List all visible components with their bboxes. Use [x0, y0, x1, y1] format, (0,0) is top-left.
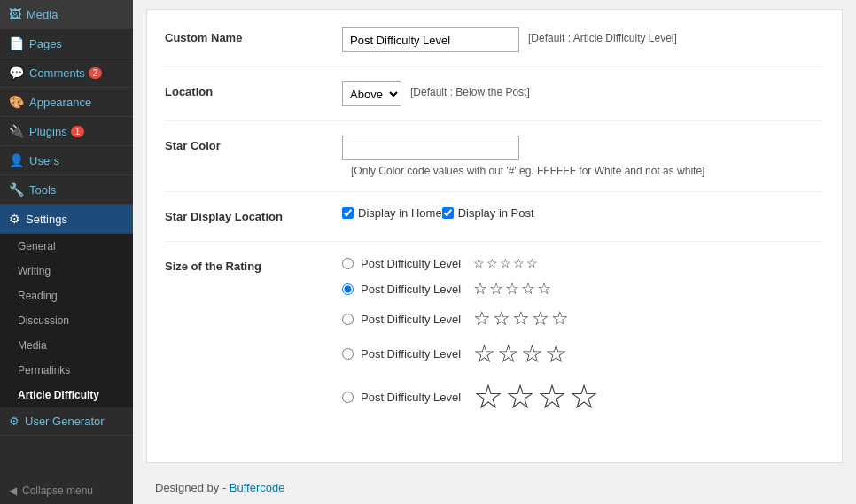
star-icon: ☆	[521, 279, 535, 299]
star-icon: ☆	[551, 307, 569, 330]
sidebar-item-tools[interactable]: 🔧 Tools	[0, 175, 133, 205]
star-icon: ☆	[489, 279, 503, 299]
display-post-checkbox[interactable]	[442, 207, 454, 219]
custom-name-label: Custom Name	[165, 27, 342, 44]
star-icon: ☆	[486, 256, 498, 270]
star-display-row: Star Display Location Display in Home Di…	[165, 206, 824, 242]
footer: Designed by - Buffercode Save Changes	[133, 472, 856, 504]
size-rating-label: Size of the Rating	[165, 256, 342, 273]
user-generator-icon: ⚙	[9, 415, 19, 428]
custom-name-row: Custom Name [Default : Article Difficult…	[165, 27, 824, 67]
sidebar-item-plugins[interactable]: 🔌 Plugins 1	[0, 117, 133, 146]
star-icon: ☆	[493, 307, 510, 330]
rating-option-3: Post Difficulty Level ☆ ☆ ☆ ☆ ☆	[342, 307, 599, 330]
star-color-row: Star Color [Only Color code values with …	[165, 136, 824, 192]
tools-icon: 🔧	[9, 182, 24, 197]
sidebar: 🖼 Media 📄 Pages 💬 Comments 2 🎨 Appearanc…	[0, 0, 133, 504]
settings-submenu: General Writing Reading Discussion Media…	[0, 234, 133, 407]
rating-label-1: Post Difficulty Level	[361, 257, 461, 270]
rating-radio-5[interactable]	[342, 392, 354, 403]
custom-name-control: [Default : Article Difficulty Level]	[342, 27, 824, 52]
rating-option-2: Post Difficulty Level ☆ ☆ ☆ ☆ ☆	[342, 279, 599, 299]
star-icon: ☆	[537, 377, 567, 416]
display-post-label: Display in Post	[458, 206, 534, 220]
submenu-permalinks[interactable]: Permalinks	[0, 358, 133, 383]
star-icon: ☆	[513, 256, 525, 270]
star-color-hint: [Only Color code values with out '#' eg.…	[351, 160, 704, 177]
stars-2: ☆ ☆ ☆ ☆ ☆	[473, 279, 551, 299]
display-home-row: Display in Home	[342, 206, 442, 220]
rating-label-2: Post Difficulty Level	[361, 283, 461, 296]
location-label: Location	[165, 81, 342, 98]
appearance-icon: 🎨	[9, 95, 24, 109]
location-row: Location Above Below [Default : Below th…	[165, 81, 824, 121]
star-icon: ☆	[537, 279, 551, 299]
rating-label-3: Post Difficulty Level	[361, 313, 461, 326]
stars-1: ☆ ☆ ☆ ☆ ☆	[473, 256, 538, 270]
size-rating-row: Size of the Rating Post Difficulty Level…	[165, 256, 824, 430]
sidebar-item-user-generator[interactable]: ⚙ User Generator	[0, 407, 133, 436]
star-icon: ☆	[526, 256, 538, 270]
sidebar-item-comments[interactable]: 💬 Comments 2	[0, 58, 133, 88]
star-color-input[interactable]	[342, 136, 519, 160]
rating-radio-1[interactable]	[342, 258, 354, 269]
plugins-icon: 🔌	[9, 124, 24, 138]
sidebar-item-settings[interactable]: ⚙ Settings	[0, 205, 133, 234]
custom-name-hint: [Default : Article Difficulty Level]	[528, 27, 677, 44]
display-home-checkbox[interactable]	[342, 207, 354, 219]
location-hint: [Default : Below the Post]	[410, 81, 530, 98]
submenu-reading[interactable]: Reading	[0, 283, 133, 308]
star-icon: ☆	[473, 377, 503, 416]
star-color-label: Star Color	[165, 136, 342, 152]
rating-option-5: Post Difficulty Level ☆ ☆ ☆ ☆	[342, 377, 599, 416]
star-icon: ☆	[545, 339, 567, 368]
submenu-article-difficulty[interactable]: Article Difficulty	[0, 383, 133, 407]
location-control: Above Below [Default : Below the Post]	[342, 81, 824, 106]
location-select[interactable]: Above Below	[342, 81, 401, 106]
star-icon: ☆	[473, 279, 487, 299]
star-color-control: [Only Color code values with out '#' eg.…	[342, 136, 824, 177]
rating-option-4: Post Difficulty Level ☆ ☆ ☆ ☆	[342, 339, 599, 368]
submenu-writing[interactable]: Writing	[0, 259, 133, 283]
star-icon: ☆	[473, 339, 495, 368]
star-display-label: Star Display Location	[165, 206, 342, 223]
main-content: Custom Name [Default : Article Difficult…	[133, 0, 856, 504]
rating-radio-2[interactable]	[342, 283, 354, 295]
submenu-media[interactable]: Media	[0, 333, 133, 358]
display-home-label: Display in Home	[358, 206, 442, 220]
plugins-badge: 1	[71, 126, 85, 137]
rating-label-4: Post Difficulty Level	[361, 347, 461, 361]
star-icon: ☆	[521, 339, 543, 368]
rating-radio-4[interactable]	[342, 348, 354, 360]
star-icon: ☆	[497, 339, 519, 368]
rating-label-5: Post Difficulty Level	[361, 391, 461, 404]
star-icon: ☆	[505, 279, 519, 299]
pages-icon: 📄	[9, 36, 24, 50]
stars-4: ☆ ☆ ☆ ☆	[473, 339, 567, 368]
sidebar-item-pages[interactable]: 📄 Pages	[0, 29, 133, 58]
stars-5: ☆ ☆ ☆ ☆	[473, 377, 599, 416]
custom-name-input[interactable]	[342, 27, 519, 52]
submenu-general[interactable]: General	[0, 234, 133, 259]
users-icon: 👤	[9, 153, 24, 167]
settings-form: Custom Name [Default : Article Difficult…	[146, 9, 843, 463]
comments-icon: 💬	[9, 66, 24, 80]
rating-radio-3[interactable]	[342, 314, 354, 325]
sidebar-item-users[interactable]: 👤 Users	[0, 146, 133, 175]
star-icon: ☆	[500, 256, 511, 270]
star-icon: ☆	[473, 307, 491, 330]
designed-by-text: Designed by - Buffercode	[155, 481, 843, 494]
collapse-icon: ◀	[9, 485, 17, 497]
collapse-menu-button[interactable]: ◀ Collapse menu	[0, 477, 133, 504]
sidebar-item-appearance[interactable]: 🎨 Appearance	[0, 88, 133, 117]
buffercode-link[interactable]: Buffercode	[230, 481, 285, 494]
star-icon: ☆	[473, 256, 485, 270]
star-icon: ☆	[532, 307, 549, 330]
star-display-control: Display in Home Display in Post	[342, 206, 824, 227]
sidebar-item-media[interactable]: 🖼 Media	[0, 0, 133, 29]
stars-3: ☆ ☆ ☆ ☆ ☆	[473, 307, 569, 330]
rating-option-1: Post Difficulty Level ☆ ☆ ☆ ☆ ☆	[342, 256, 599, 270]
comments-badge: 2	[89, 67, 103, 79]
submenu-discussion[interactable]: Discussion	[0, 308, 133, 333]
star-icon: ☆	[505, 377, 535, 416]
